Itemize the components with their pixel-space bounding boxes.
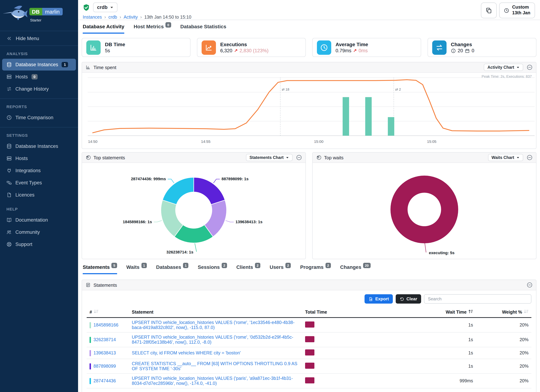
activity-chart-select[interactable]: Activity Chart [484,64,523,71]
collapse-icon[interactable] [527,65,532,70]
breadcrumb-link-crdb[interactable]: crdb [108,15,117,20]
instance-name: crdb [97,5,108,10]
statement-link[interactable]: UPSERT INTO vehicle_location_histories V… [132,335,293,345]
sidebar-item-change-history[interactable]: Change History [2,83,76,95]
instance-selector[interactable]: crdb [93,3,118,12]
table-body: 1845898166UPSERT INTO vehicle_location_h… [87,318,531,388]
tab-statements[interactable]: Statements5 [83,264,117,274]
sidebar-item-label: Integrations [15,168,41,173]
clock-icon [317,40,331,55]
sort-icon [94,309,99,315]
sidebar-item-database-instances[interactable]: Database Instances [2,140,76,152]
copy-button[interactable] [481,3,497,18]
tab-label: Databases [156,264,181,270]
donut-label: 1845898166: 1s [123,220,152,224]
collapse-icon[interactable] [527,282,532,288]
wait-time-value: 1s [386,318,476,332]
community-icon [6,229,12,235]
count-badge: 1 [62,62,68,67]
metric-card-executions[interactable]: Executions6,320↗2,830 (123%) [197,38,306,57]
sidebar-item-community[interactable]: Community [2,226,76,238]
statements-chart-select[interactable]: Statements Chart [246,154,293,161]
sidebar-item-database-instances[interactable]: Database Instances1 [2,59,76,70]
tab-sessions[interactable]: Sessions2 [198,264,227,274]
statement-link[interactable]: UPSERT INTO vehicle_location_histories V… [132,320,295,330]
statement-id-link[interactable]: 887898099 [94,364,116,369]
tab-label: Changes [340,264,361,270]
nav-section-settings: SETTINGSDatabase InstancesHostsIntegrati… [0,127,78,201]
tab-database-activity[interactable]: Database Activity [83,24,124,34]
tab-programs[interactable]: Programs2 [300,264,331,274]
breadcrumb-separator: › [104,15,106,20]
change-history-icon [6,86,12,92]
statement-link[interactable]: CREATE STATISTICS __auto__ FROM [63] WIT… [132,361,297,371]
sidebar-item-time-comparison[interactable]: Time Comparison [2,112,76,124]
sidebar-item-hosts[interactable]: Hosts [2,153,76,164]
svg-text:14:55: 14:55 [201,139,210,144]
column-header-[interactable]: # [87,307,129,318]
topbar: crdb Instances›crdb›Activity›13th Jan 14… [78,0,540,20]
sidebar: DB marlin Starter Hide Menu ANALYSISData… [0,0,78,392]
waits-chart-select[interactable]: Waits Chart [488,154,523,161]
breadcrumb-link-instances[interactable]: Instances [83,15,102,20]
collapse-icon[interactable] [527,155,532,160]
top-waits-chart: executing: 5s [313,163,536,259]
breadcrumb: Instances›crdb›Activity›13th Jan 14:50 t… [83,15,535,20]
column-header-total-time[interactable]: Total Time [302,307,386,318]
tab-label: Database Activity [83,24,124,29]
hide-menu-button[interactable]: Hide Menu [0,31,78,46]
tab-users[interactable]: Users2 [270,264,291,274]
top-statements-chart: 887898099: 1s139638413: 1s326238714: 1s1… [82,163,305,259]
sidebar-item-integrations[interactable]: Integrations [2,165,76,177]
wait-time-value: 999ms [386,374,476,388]
sidebar-item-licences[interactable]: Licences [2,189,76,201]
time-range-button[interactable]: Custom 13th Jan [499,3,535,18]
weight-value: 20% [476,359,531,374]
logo: DB marlin Starter [0,0,78,31]
tab-clients[interactable]: Clients2 [236,264,260,274]
pie-chart-icon [316,155,321,160]
card-main-value: 0.79ms [335,48,351,54]
export-button[interactable]: Export [365,294,393,303]
collapse-icon[interactable] [296,155,302,160]
sidebar-item-hosts[interactable]: Hosts0 [2,71,76,83]
count-badge: 2 [255,263,260,268]
statement-id-link[interactable]: 287474436 [94,378,116,383]
chevrons-left-icon [6,36,12,41]
main-content: crdb Instances›crdb›Activity›13th Jan 14… [78,0,540,392]
column-header-weight[interactable]: Weight % [476,307,531,318]
sidebar-item-event-types[interactable]: Event Types [2,177,76,189]
column-header-wait-time[interactable]: Wait Time [386,307,476,318]
sidebar-item-documentation[interactable]: Documentation [2,214,76,226]
sidebar-item-label: Time Comparison [15,115,53,120]
tab-database-statistics[interactable]: Database Statistics [180,24,226,34]
search-input[interactable] [424,294,531,303]
tab-label: Statements [83,264,110,270]
statement-id-link[interactable]: 1845898166 [94,323,118,327]
metric-card-db-time[interactable]: DB Time5s [82,38,190,57]
card-delta: 0ms [359,48,368,54]
tab-changes[interactable]: Changes20 [340,264,370,274]
breadcrumb-separator: › [120,15,121,20]
sort-icon [524,309,529,315]
statement-id-link[interactable]: 326238714 [94,337,116,342]
total-time-bar [305,363,314,369]
metric-card-average-time[interactable]: Average Time0.79ms↗0ms [312,38,421,57]
sidebar-nav: ANALYSISDatabase Instances1Hosts0Change … [0,46,78,251]
count-badge: 1 [183,263,189,268]
wait-time-value: 1s [386,332,476,347]
sidebar-item-support[interactable]: Support [2,238,76,250]
tab-waits[interactable]: Waits1 [126,264,147,274]
column-header-statement[interactable]: Statement [129,307,302,318]
statement-link[interactable]: SELECT city, id FROM vehicles WHERE city… [132,351,241,356]
pie-chart-icon [85,155,91,160]
statement-link[interactable]: UPSERT INTO vehicle_location_histories V… [132,376,293,386]
sort-icon [468,309,473,315]
breadcrumb-link-activity[interactable]: Activity [124,15,138,20]
svg-text:15:05: 15:05 [427,139,436,144]
tab-host-metrics[interactable]: Host Metrics0 [134,24,171,34]
metric-card-changes[interactable]: Changes200 [428,38,536,57]
tab-databases[interactable]: Databases1 [156,264,189,274]
statement-id-link[interactable]: 139638413 [94,351,116,356]
clear-button[interactable]: Clear [396,294,421,303]
